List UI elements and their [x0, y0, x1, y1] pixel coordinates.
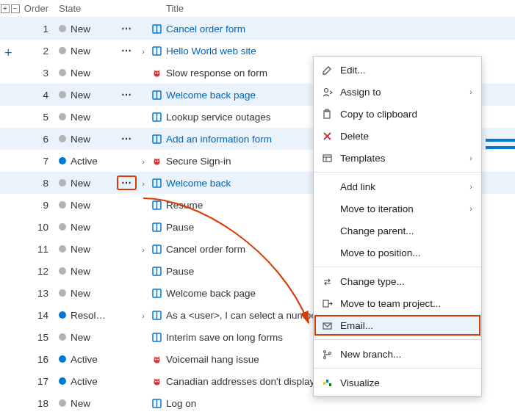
- state-cell: New: [56, 112, 115, 123]
- row-more-button[interactable]: ⋯: [118, 45, 135, 57]
- state-label: New: [71, 200, 90, 211]
- state-label: Active: [71, 156, 98, 167]
- menu-label: Edit...: [340, 65, 474, 76]
- title-cell: Pause: [166, 222, 194, 233]
- row-more-button[interactable]: ⋯: [118, 89, 135, 101]
- menu-label: Assign to: [340, 87, 462, 98]
- row-more-button[interactable]: ⋯: [118, 177, 135, 189]
- chevron-right-icon: ›: [469, 153, 474, 162]
- book-icon: [151, 398, 162, 409]
- menu-item-edit[interactable]: Edit...: [314, 59, 481, 81]
- expand-toggle[interactable]: ›: [142, 47, 145, 56]
- title-cell[interactable]: Welcome back page: [166, 90, 256, 101]
- expand-toggle[interactable]: ›: [142, 157, 145, 166]
- chevron-right-icon: ›: [469, 87, 474, 96]
- menu-item-change-parent[interactable]: Change parent...: [314, 220, 481, 242]
- row-more-button[interactable]: ⋯: [118, 133, 135, 145]
- state-dot-icon: [59, 113, 66, 120]
- book-icon: [151, 266, 162, 277]
- state-cell: New: [56, 398, 115, 409]
- bug-icon: [151, 354, 162, 365]
- bug-icon: [151, 376, 162, 387]
- state-dot-icon: [59, 69, 66, 76]
- menu-item-new-branch[interactable]: New branch...: [314, 343, 481, 365]
- book-icon: [151, 46, 162, 57]
- state-label: New: [71, 46, 90, 57]
- state-dot-icon: [59, 201, 66, 209]
- header-order[interactable]: Order: [21, 3, 56, 14]
- title-cell: Interim save on long forms: [166, 332, 283, 343]
- state-dot-icon: [59, 333, 66, 341]
- state-label: New: [71, 244, 90, 255]
- title-cell: Resume: [166, 200, 203, 211]
- title-cell: Voicemail hang issue: [166, 354, 259, 365]
- order-cell: 16: [21, 354, 56, 365]
- menu-item-email[interactable]: Email...: [314, 314, 481, 336]
- table-row[interactable]: 1New⋯Cancel order form: [0, 18, 515, 40]
- collapse-all-icon: −: [11, 4, 20, 13]
- state-dot-icon: [59, 25, 66, 32]
- menu-separator: [314, 339, 481, 340]
- row-more-button[interactable]: ⋯: [118, 23, 135, 35]
- order-cell: 15: [21, 332, 56, 343]
- state-cell: Active: [56, 354, 115, 365]
- title-cell: Canadian addresses don't display: [166, 376, 314, 387]
- state-dot-icon: [59, 223, 66, 231]
- context-menu: Edit...Assign to›Copy to clipboardDelete…: [313, 56, 482, 397]
- menu-item-change-type[interactable]: Change type...: [314, 270, 481, 292]
- state-cell: New: [56, 46, 115, 57]
- state-label: New: [71, 332, 90, 343]
- book-icon: [151, 134, 162, 145]
- expand-toggle[interactable]: ›: [142, 245, 145, 254]
- title-cell: Cancel order form: [166, 244, 245, 255]
- menu-label: Change type...: [340, 276, 474, 287]
- menu-item-templates[interactable]: Templates›: [314, 147, 481, 169]
- order-cell: 2: [21, 46, 56, 57]
- drop-indicator: [486, 139, 515, 142]
- menu-item-add-link[interactable]: Add link›: [314, 175, 481, 198]
- title-cell[interactable]: Add an information form: [166, 134, 272, 145]
- title-cell: Pause: [166, 266, 194, 277]
- state-dot-icon: [59, 135, 66, 142]
- add-row-button[interactable]: +: [4, 46, 12, 61]
- branch-icon: [321, 349, 333, 360]
- menu-item-move-to-iteration[interactable]: Move to iteration›: [314, 198, 481, 220]
- title-cell[interactable]: Hello World web site: [166, 46, 256, 57]
- state-dot-icon: [59, 47, 66, 54]
- title-cell[interactable]: Cancel order form: [166, 23, 245, 35]
- state-label: New: [71, 398, 90, 409]
- title-cell[interactable]: Welcome back: [166, 178, 231, 189]
- header-title[interactable]: Title: [165, 3, 515, 14]
- state-dot-icon: [59, 289, 66, 297]
- menu-item-move-to-position[interactable]: Move to position...: [314, 242, 481, 264]
- order-cell: 14: [21, 310, 56, 321]
- menu-item-assign-to[interactable]: Assign to›: [314, 81, 481, 103]
- state-cell: New: [56, 244, 115, 255]
- state-label: New: [71, 134, 90, 145]
- order-cell: 7: [21, 156, 56, 167]
- state-dot-icon: [59, 311, 66, 319]
- header-state[interactable]: State: [56, 3, 115, 14]
- title-cell: Slow response on form: [166, 68, 267, 79]
- menu-item-visualize[interactable]: Visualize: [314, 372, 481, 394]
- menu-item-copy-to-clipboard[interactable]: Copy to clipboard: [314, 103, 481, 125]
- menu-item-delete[interactable]: Delete: [314, 125, 481, 147]
- delete-icon: [321, 131, 333, 142]
- menu-label: Move to team project...: [340, 298, 474, 309]
- menu-label: Delete: [340, 131, 474, 142]
- menu-label: New branch...: [340, 349, 474, 360]
- state-cell: New: [56, 178, 115, 189]
- bug-icon: [151, 68, 162, 79]
- state-label: Resol…: [71, 310, 106, 321]
- menu-item-move-to-team-project[interactable]: Move to team project...: [314, 292, 481, 314]
- state-cell: New: [56, 90, 115, 101]
- menu-label: Change parent...: [340, 225, 474, 236]
- expand-toggle[interactable]: ›: [142, 179, 145, 188]
- book-icon: [151, 244, 162, 255]
- book-icon: [151, 222, 162, 233]
- expand-collapse-all[interactable]: + −: [0, 4, 21, 13]
- drop-indicator: [486, 146, 515, 149]
- expand-toggle[interactable]: ›: [142, 311, 145, 320]
- title-cell: Lookup service outages: [166, 112, 271, 123]
- state-dot-icon: [59, 267, 66, 275]
